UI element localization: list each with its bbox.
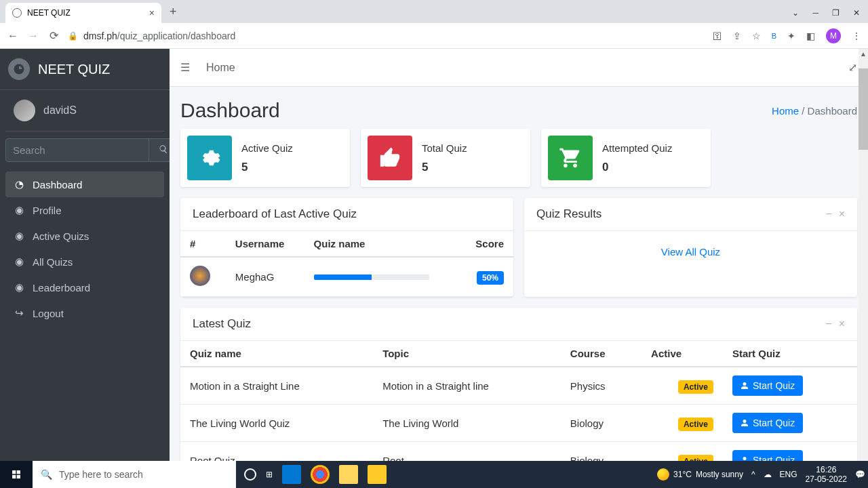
notes-icon[interactable] <box>368 465 387 484</box>
score-badge: 50% <box>477 271 504 285</box>
tab-title: NEET QUIZ <box>27 8 71 18</box>
brand[interactable]: NEET QUIZ <box>0 49 170 90</box>
browser-tab[interactable]: NEET QUIZ × <box>5 3 161 23</box>
address-bar: ← → ⟳ 🔒 dmsf.ph/quiz_application/dashboa… <box>0 23 868 49</box>
lock-icon: 🔒 <box>68 31 78 41</box>
browser-tab-strip: NEET QUIZ × + ⌄ ─ ❐ ✕ <box>0 0 868 23</box>
start-button[interactable] <box>0 461 33 488</box>
sidebar-item-label: Active Quizs <box>33 230 89 242</box>
topbar: ☰ Home ⤢ <box>170 49 868 87</box>
chevron-up-icon[interactable]: ^ <box>751 470 755 479</box>
stat-value: 5 <box>422 161 467 174</box>
weather-widget[interactable]: 31°C Mostly sunny <box>657 468 743 481</box>
notifications-icon[interactable]: 💬 <box>855 470 865 479</box>
close-panel-icon[interactable]: × <box>839 318 845 330</box>
back-button[interactable]: ← <box>7 30 19 42</box>
user-panel[interactable]: davidS <box>5 90 164 131</box>
breadcrumb: Home / Dashboard <box>772 105 857 117</box>
taskbar-search[interactable]: 🔍Type here to search <box>33 461 236 488</box>
latest-quiz-panel: Latest Quiz −× Quiz name Topic Course Ac… <box>180 308 857 461</box>
panel-title: Latest Quiz <box>193 317 251 331</box>
profile-avatar[interactable]: M <box>826 28 841 43</box>
profile-icon: ◉ <box>12 204 26 216</box>
sidebar-item-label: Profile <box>33 205 62 216</box>
sidebar-item-label: All Quizs <box>33 256 73 268</box>
leaderboard-panel: Leaderboard of Last Active Quiz # Userna… <box>180 198 513 297</box>
start-quiz-button[interactable]: Start Quiz <box>732 413 803 433</box>
quiz-course: Biology <box>561 405 642 442</box>
minimize-icon[interactable]: ─ <box>812 8 818 18</box>
close-panel-icon[interactable]: × <box>839 208 845 220</box>
gear-icon <box>187 136 232 180</box>
clock[interactable]: 16:26 27-05-2022 <box>806 465 847 485</box>
forward-button[interactable]: → <box>27 30 39 42</box>
window-controls: ⌄ ─ ❐ ✕ <box>792 8 868 18</box>
table-row: The Living World QuizThe Living WorldBio… <box>180 405 857 442</box>
close-tab-icon[interactable]: × <box>149 7 155 18</box>
sidebar-search-input[interactable] <box>5 138 149 162</box>
username: MeghaG <box>226 257 304 297</box>
quiz-name: The Living World Quiz <box>180 405 373 442</box>
sidebar-item-all-quizs[interactable]: ◉All Quizs <box>5 249 164 274</box>
side-panel-icon[interactable]: ◧ <box>806 30 815 41</box>
key-icon[interactable]: ⚿ <box>713 30 722 41</box>
dashboard-icon: ◔ <box>12 178 26 190</box>
start-quiz-button[interactable]: Start Quiz <box>732 375 803 396</box>
vscode-icon[interactable] <box>282 465 301 484</box>
topbar-home-link[interactable]: Home <box>206 62 235 74</box>
view-all-link[interactable]: View All Quiz <box>536 241 845 263</box>
quiz-course: Physics <box>561 367 642 405</box>
hamburger-icon[interactable]: ☰ <box>180 61 190 74</box>
breadcrumb-home[interactable]: Home <box>772 105 799 117</box>
col-active: Active <box>642 341 723 367</box>
status-badge: Active <box>678 380 713 394</box>
maximize-icon[interactable]: ❐ <box>832 8 840 18</box>
minimize-panel-icon[interactable]: − <box>825 318 831 330</box>
sidebar-item-logout[interactable]: ↪Logout <box>5 300 164 326</box>
search-placeholder: Type here to search <box>59 469 143 480</box>
extensions-icon[interactable]: ✦ <box>787 30 795 41</box>
status-badge: Active <box>678 455 713 462</box>
chevron-down-icon[interactable]: ⌄ <box>792 8 799 18</box>
sun-icon <box>657 468 669 481</box>
logout-icon: ↪ <box>12 307 26 319</box>
bookmark-icon[interactable]: ☆ <box>752 30 761 41</box>
sidebar-item-leaderboard[interactable]: ◉Leaderboard <box>5 274 164 300</box>
stat-card-active: Active Quiz5 <box>180 129 350 187</box>
onedrive-icon[interactable]: ☁ <box>764 470 772 479</box>
close-window-icon[interactable]: ✕ <box>853 8 860 18</box>
share-icon[interactable]: ⇪ <box>733 30 741 41</box>
results-panel: Quiz Results −× View All Quiz <box>524 198 857 297</box>
sidebar-item-profile[interactable]: ◉Profile <box>5 197 164 223</box>
expand-icon[interactable]: ⤢ <box>848 61 857 74</box>
quiz-topic: Root <box>373 442 561 462</box>
stat-card-attempted: Attempted Quiz0 <box>541 129 711 187</box>
cortana-icon[interactable] <box>244 468 256 481</box>
bookmark-badge[interactable]: B <box>772 32 776 40</box>
new-tab-button[interactable]: + <box>170 5 177 19</box>
status-badge: Active <box>678 418 713 431</box>
col-quizname: Quiz name <box>304 231 459 257</box>
stat-label: Attempted Quiz <box>602 142 672 154</box>
user-avatar <box>14 100 35 121</box>
sidebar-item-active-quizs[interactable]: ◉Active Quizs <box>5 223 164 249</box>
url-field[interactable]: 🔒 dmsf.ph/quiz_application/dashboard <box>68 30 705 41</box>
table-row: Root QuizRootBiologyActiveStart Quiz <box>180 442 857 462</box>
col-topic: Topic <box>373 341 561 367</box>
scrollbar[interactable]: ▲ <box>859 49 868 461</box>
brand-text: NEET QUIZ <box>38 62 110 77</box>
language-indicator[interactable]: ENG <box>780 470 797 479</box>
sidebar-item-dashboard[interactable]: ◔Dashboard <box>5 171 164 197</box>
time: 16:26 <box>806 465 847 474</box>
menu-icon[interactable]: ⋮ <box>852 30 861 41</box>
start-quiz-button[interactable]: Start Quiz <box>732 450 803 461</box>
minimize-panel-icon[interactable]: − <box>825 208 831 220</box>
active-icon: ◉ <box>12 230 26 242</box>
quiz-name: Motion in a Straight Line <box>180 367 373 405</box>
chrome-icon[interactable] <box>311 465 330 484</box>
task-view-icon[interactable]: ⊞ <box>266 470 273 479</box>
explorer-icon[interactable] <box>339 465 358 484</box>
url-host: dmsf.ph <box>83 30 117 41</box>
reload-button[interactable]: ⟳ <box>47 30 60 42</box>
sidebar-item-label: Leaderboard <box>33 282 90 293</box>
